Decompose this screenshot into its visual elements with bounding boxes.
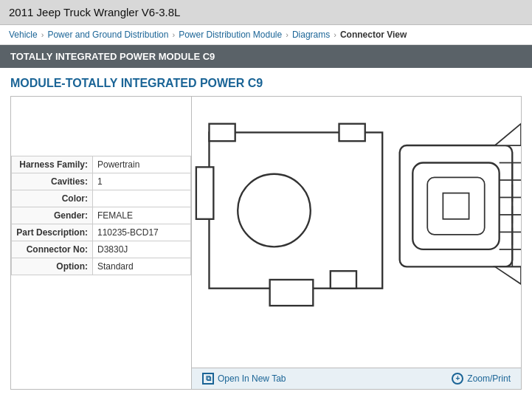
color-label: Color:	[12, 190, 93, 207]
table-row-cavities: Cavities: 1	[12, 173, 191, 190]
breadcrumb-power-ground[interactable]: Power and Ground Distribution	[47, 30, 168, 40]
diagram-panel: ⧉ Open In New Tab + Zoom/Print	[192, 97, 521, 389]
option-label: Option:	[12, 258, 93, 275]
svg-rect-2	[339, 124, 365, 141]
zoom-print-link[interactable]: + Zoom/Print	[452, 373, 511, 385]
breadcrumb: Vehicle › Power and Ground Distribution …	[0, 25, 532, 45]
diagram-footer: ⧉ Open In New Tab + Zoom/Print	[192, 368, 521, 389]
color-value	[93, 190, 191, 207]
diagram-area	[192, 97, 521, 368]
svg-point-6	[238, 174, 311, 247]
cavities-label: Cavities:	[12, 173, 93, 190]
breadcrumb-sep-4: ›	[334, 30, 336, 39]
breadcrumb-vehicle[interactable]: Vehicle	[9, 30, 38, 40]
option-value: Standard	[93, 258, 191, 275]
table-row-gender: Gender: FEMALE	[12, 207, 191, 224]
main-content: Harness Family: Powertrain Cavities: 1 C…	[0, 96, 532, 400]
harness-label: Harness Family:	[12, 156, 93, 173]
breadcrumb-diagrams[interactable]: Diagrams	[292, 30, 330, 40]
section-header: TOTALLY INTEGRATED POWER MODULE C9	[0, 45, 532, 68]
connector-diagram-svg	[192, 97, 521, 368]
part-desc-label: Part Description:	[12, 224, 93, 241]
table-row-connector-no: Connector No: D3830J	[12, 241, 191, 258]
connector-no-label: Connector No:	[12, 241, 93, 258]
zoom-print-label: Zoom/Print	[467, 373, 511, 384]
app-header: 2011 Jeep Truck Wrangler V6-3.8L	[0, 0, 532, 25]
title-bold: 2011 Jeep Truck Wrangler	[9, 6, 139, 18]
breadcrumb-sep-2: ›	[172, 30, 175, 39]
connector-box: Harness Family: Powertrain Cavities: 1 C…	[10, 96, 522, 390]
title-sub: V6-3.8L	[139, 6, 181, 18]
cavities-value: 1	[93, 173, 191, 190]
module-title: MODULE-TOTALLY INTEGRATED POWER C9	[0, 68, 532, 96]
vehicle-title: 2011 Jeep Truck Wrangler V6-3.8L	[9, 6, 180, 18]
breadcrumb-sep-3: ›	[286, 30, 289, 39]
info-panel: Harness Family: Powertrain Cavities: 1 C…	[11, 97, 192, 389]
svg-rect-5	[331, 271, 356, 288]
svg-rect-3	[196, 167, 213, 218]
svg-marker-9	[495, 266, 521, 283]
info-table: Harness Family: Powertrain Cavities: 1 C…	[11, 156, 191, 275]
svg-marker-8	[495, 124, 521, 145]
table-row-part-desc: Part Description: 110235-BCD17	[12, 224, 191, 241]
table-row-harness: Harness Family: Powertrain	[12, 156, 191, 173]
breadcrumb-current: Connector View	[340, 30, 407, 40]
table-row-option: Option: Standard	[12, 258, 191, 275]
zoom-print-icon: +	[452, 373, 463, 385]
section-header-text: TOTALLY INTEGRATED POWER MODULE C9	[10, 51, 215, 62]
breadcrumb-power-distribution[interactable]: Power Distribution Module	[179, 30, 282, 40]
open-new-tab-label: Open In New Tab	[218, 373, 286, 384]
svg-rect-12	[443, 193, 469, 219]
gender-label: Gender:	[12, 207, 93, 224]
breadcrumb-sep-1: ›	[41, 30, 44, 39]
table-row-color: Color:	[12, 190, 191, 207]
svg-rect-4	[270, 280, 314, 306]
part-desc-value: 110235-BCD17	[93, 224, 191, 241]
gender-value: FEMALE	[93, 207, 191, 224]
open-new-tab-link[interactable]: ⧉ Open In New Tab	[202, 373, 286, 385]
connector-no-value: D3830J	[93, 241, 191, 258]
svg-rect-1	[209, 124, 235, 141]
harness-value: Powertrain	[93, 156, 191, 173]
open-new-tab-icon: ⧉	[202, 373, 214, 385]
